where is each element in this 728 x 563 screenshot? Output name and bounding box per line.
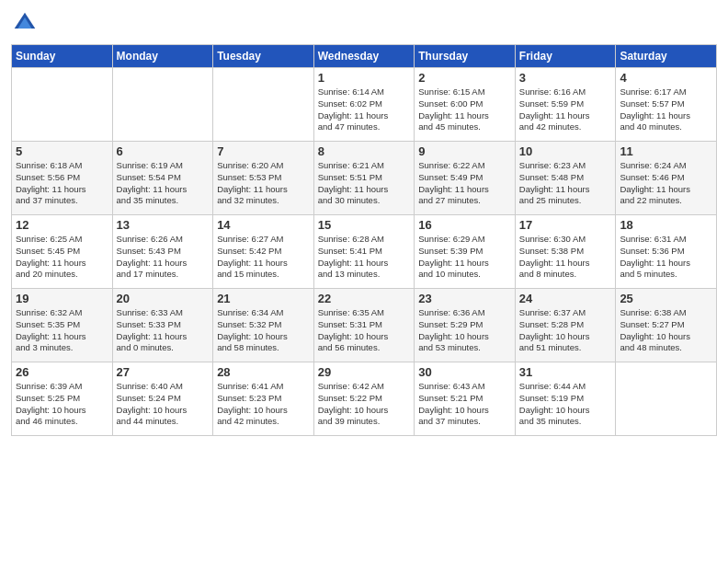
calendar-cell: 21Sunrise: 6:34 AM Sunset: 5:32 PM Dayli… [213, 289, 314, 362]
day-info: Sunrise: 6:32 AM Sunset: 5:35 PM Dayligh… [16, 307, 108, 354]
calendar-week-row: 26Sunrise: 6:39 AM Sunset: 5:25 PM Dayli… [12, 362, 717, 436]
day-number: 10 [519, 144, 612, 158]
calendar-cell: 27Sunrise: 6:40 AM Sunset: 5:24 PM Dayli… [112, 362, 213, 436]
calendar-cell: 6Sunrise: 6:19 AM Sunset: 5:54 PM Daylig… [112, 142, 213, 215]
day-info: Sunrise: 6:19 AM Sunset: 5:54 PM Dayligh… [117, 160, 210, 207]
logo-icon [11, 9, 39, 37]
day-info: Sunrise: 6:30 AM Sunset: 5:38 PM Dayligh… [519, 234, 612, 281]
calendar-cell: 25Sunrise: 6:38 AM Sunset: 5:27 PM Dayli… [616, 289, 717, 362]
day-info: Sunrise: 6:29 AM Sunset: 5:39 PM Dayligh… [418, 234, 511, 281]
day-number: 8 [318, 144, 411, 158]
day-number: 21 [217, 292, 310, 305]
day-info: Sunrise: 6:18 AM Sunset: 5:56 PM Dayligh… [16, 160, 108, 207]
day-number: 2 [418, 71, 511, 85]
day-info: Sunrise: 6:44 AM Sunset: 5:19 PM Dayligh… [519, 381, 612, 428]
day-number: 15 [318, 218, 411, 232]
day-number: 27 [117, 365, 210, 379]
day-number: 3 [519, 71, 612, 85]
day-info: Sunrise: 6:24 AM Sunset: 5:46 PM Dayligh… [620, 160, 712, 207]
day-info: Sunrise: 6:27 AM Sunset: 5:42 PM Dayligh… [217, 234, 310, 281]
calendar-week-row: 19Sunrise: 6:32 AM Sunset: 5:35 PM Dayli… [12, 289, 717, 362]
day-number: 6 [117, 144, 210, 158]
calendar-week-row: 1Sunrise: 6:14 AM Sunset: 6:02 PM Daylig… [12, 68, 717, 142]
day-number: 30 [418, 365, 511, 379]
day-info: Sunrise: 6:15 AM Sunset: 6:00 PM Dayligh… [418, 86, 511, 133]
day-info: Sunrise: 6:40 AM Sunset: 5:24 PM Dayligh… [117, 381, 210, 428]
calendar-cell: 12Sunrise: 6:25 AM Sunset: 5:45 PM Dayli… [12, 215, 113, 289]
calendar-cell [12, 68, 113, 142]
calendar-cell: 31Sunrise: 6:44 AM Sunset: 5:19 PM Dayli… [515, 362, 616, 436]
calendar-table: SundayMondayTuesdayWednesdayThursdayFrid… [11, 44, 717, 436]
day-info: Sunrise: 6:22 AM Sunset: 5:49 PM Dayligh… [418, 160, 511, 207]
day-header: Saturday [616, 45, 717, 68]
calendar-cell: 11Sunrise: 6:24 AM Sunset: 5:46 PM Dayli… [616, 142, 717, 215]
calendar-cell [213, 68, 314, 142]
calendar-cell: 2Sunrise: 6:15 AM Sunset: 6:00 PM Daylig… [415, 68, 516, 142]
calendar-cell: 3Sunrise: 6:16 AM Sunset: 5:59 PM Daylig… [515, 68, 616, 142]
day-info: Sunrise: 6:33 AM Sunset: 5:33 PM Dayligh… [117, 307, 210, 354]
calendar-cell: 13Sunrise: 6:26 AM Sunset: 5:43 PM Dayli… [112, 215, 213, 289]
header [11, 9, 717, 37]
day-header: Monday [112, 45, 213, 68]
day-number: 7 [217, 144, 310, 158]
day-info: Sunrise: 6:43 AM Sunset: 5:21 PM Dayligh… [418, 381, 511, 428]
day-number: 16 [418, 218, 511, 232]
day-number: 18 [620, 218, 712, 232]
calendar-cell: 26Sunrise: 6:39 AM Sunset: 5:25 PM Dayli… [12, 362, 113, 436]
day-info: Sunrise: 6:42 AM Sunset: 5:22 PM Dayligh… [318, 381, 411, 428]
day-info: Sunrise: 6:35 AM Sunset: 5:31 PM Dayligh… [318, 307, 411, 354]
day-header: Thursday [415, 45, 516, 68]
calendar-cell: 24Sunrise: 6:37 AM Sunset: 5:28 PM Dayli… [515, 289, 616, 362]
calendar-cell: 16Sunrise: 6:29 AM Sunset: 5:39 PM Dayli… [415, 215, 516, 289]
day-info: Sunrise: 6:38 AM Sunset: 5:27 PM Dayligh… [620, 307, 712, 354]
calendar-cell: 19Sunrise: 6:32 AM Sunset: 5:35 PM Dayli… [12, 289, 113, 362]
calendar-cell: 7Sunrise: 6:20 AM Sunset: 5:53 PM Daylig… [213, 142, 314, 215]
calendar-week-row: 5Sunrise: 6:18 AM Sunset: 5:56 PM Daylig… [12, 142, 717, 215]
day-info: Sunrise: 6:26 AM Sunset: 5:43 PM Dayligh… [117, 234, 210, 281]
day-info: Sunrise: 6:21 AM Sunset: 5:51 PM Dayligh… [318, 160, 411, 207]
day-info: Sunrise: 6:16 AM Sunset: 5:59 PM Dayligh… [519, 86, 612, 133]
day-number: 23 [418, 292, 511, 305]
calendar-cell: 18Sunrise: 6:31 AM Sunset: 5:36 PM Dayli… [616, 215, 717, 289]
day-number: 19 [16, 292, 108, 305]
calendar-cell: 22Sunrise: 6:35 AM Sunset: 5:31 PM Dayli… [313, 289, 415, 362]
day-number: 20 [117, 292, 210, 305]
day-number: 31 [519, 365, 612, 379]
day-info: Sunrise: 6:20 AM Sunset: 5:53 PM Dayligh… [217, 160, 310, 207]
calendar-cell: 30Sunrise: 6:43 AM Sunset: 5:21 PM Dayli… [415, 362, 516, 436]
day-info: Sunrise: 6:36 AM Sunset: 5:29 PM Dayligh… [418, 307, 511, 354]
calendar-cell: 8Sunrise: 6:21 AM Sunset: 5:51 PM Daylig… [313, 142, 415, 215]
day-header: Sunday [12, 45, 113, 68]
calendar-cell [616, 362, 717, 436]
calendar-cell: 29Sunrise: 6:42 AM Sunset: 5:22 PM Dayli… [313, 362, 415, 436]
calendar-week-row: 12Sunrise: 6:25 AM Sunset: 5:45 PM Dayli… [12, 215, 717, 289]
day-info: Sunrise: 6:14 AM Sunset: 6:02 PM Dayligh… [318, 86, 411, 133]
day-number: 1 [318, 71, 411, 85]
calendar-cell: 17Sunrise: 6:30 AM Sunset: 5:38 PM Dayli… [515, 215, 616, 289]
day-number: 29 [318, 365, 411, 379]
day-info: Sunrise: 6:37 AM Sunset: 5:28 PM Dayligh… [519, 307, 612, 354]
calendar-cell: 14Sunrise: 6:27 AM Sunset: 5:42 PM Dayli… [213, 215, 314, 289]
day-number: 14 [217, 218, 310, 232]
calendar-cell: 28Sunrise: 6:41 AM Sunset: 5:23 PM Dayli… [213, 362, 314, 436]
calendar-cell: 10Sunrise: 6:23 AM Sunset: 5:48 PM Dayli… [515, 142, 616, 215]
day-number: 28 [217, 365, 310, 379]
day-number: 22 [318, 292, 411, 305]
day-number: 9 [418, 144, 511, 158]
calendar-cell: 1Sunrise: 6:14 AM Sunset: 6:02 PM Daylig… [313, 68, 415, 142]
day-info: Sunrise: 6:23 AM Sunset: 5:48 PM Dayligh… [519, 160, 612, 207]
day-header: Friday [515, 45, 616, 68]
calendar-cell: 5Sunrise: 6:18 AM Sunset: 5:56 PM Daylig… [12, 142, 113, 215]
day-number: 24 [519, 292, 612, 305]
calendar-cell: 20Sunrise: 6:33 AM Sunset: 5:33 PM Dayli… [112, 289, 213, 362]
day-number: 17 [519, 218, 612, 232]
day-number: 12 [16, 218, 108, 232]
day-header: Tuesday [213, 45, 314, 68]
calendar-cell: 23Sunrise: 6:36 AM Sunset: 5:29 PM Dayli… [415, 289, 516, 362]
day-info: Sunrise: 6:25 AM Sunset: 5:45 PM Dayligh… [16, 234, 108, 281]
page-container: SundayMondayTuesdayWednesdayThursdayFrid… [0, 0, 728, 443]
day-info: Sunrise: 6:34 AM Sunset: 5:32 PM Dayligh… [217, 307, 310, 354]
calendar-cell: 15Sunrise: 6:28 AM Sunset: 5:41 PM Dayli… [313, 215, 415, 289]
day-info: Sunrise: 6:28 AM Sunset: 5:41 PM Dayligh… [318, 234, 411, 281]
day-info: Sunrise: 6:41 AM Sunset: 5:23 PM Dayligh… [217, 381, 310, 428]
